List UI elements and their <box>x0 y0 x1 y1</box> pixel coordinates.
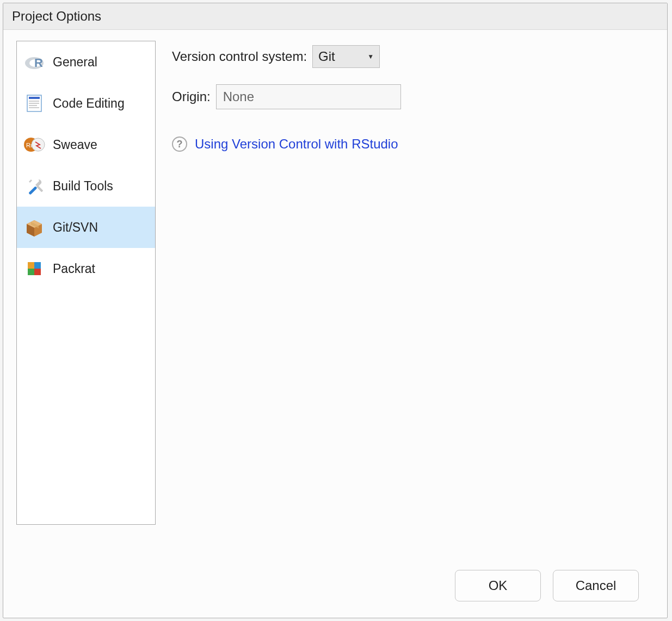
sidebar-item-label: Build Tools <box>53 179 113 194</box>
help-row: ? Using Version Control with RStudio <box>172 136 654 152</box>
sidebar-item-label: Sweave <box>53 138 97 152</box>
svg-rect-17 <box>34 269 41 275</box>
help-link[interactable]: Using Version Control with RStudio <box>195 136 398 152</box>
ok-button[interactable]: OK <box>455 570 541 601</box>
svg-point-11 <box>32 138 45 151</box>
dialog-footer: OK Cancel <box>3 559 667 618</box>
sidebar-item-label: Packrat <box>53 262 95 276</box>
svg-rect-12 <box>28 186 37 195</box>
sidebar-item-general[interactable]: R General <box>17 41 155 83</box>
tools-icon <box>23 175 45 197</box>
packrat-icon <box>23 258 45 280</box>
project-options-dialog: Project Options R General <box>3 3 668 618</box>
sidebar: R General Code Editing <box>16 41 156 525</box>
sidebar-item-label: Git/SVN <box>53 220 98 235</box>
document-icon <box>23 92 45 114</box>
r-logo-icon: R <box>23 51 45 73</box>
vcs-select[interactable]: Git ▼ <box>312 45 380 68</box>
vcs-label: Version control system: <box>172 49 307 64</box>
sidebar-item-packrat[interactable]: Packrat <box>17 248 155 289</box>
sidebar-item-git-svn[interactable]: Git/SVN <box>17 207 155 248</box>
help-icon[interactable]: ? <box>172 136 187 152</box>
dialog-body: R General Code Editing <box>3 30 667 559</box>
chevron-down-icon: ▼ <box>367 53 374 60</box>
sweave-icon: Rnw <box>23 134 45 156</box>
cancel-button[interactable]: Cancel <box>553 570 639 601</box>
origin-field[interactable]: None <box>216 84 401 109</box>
svg-rect-13 <box>36 185 44 192</box>
sidebar-item-label: Code Editing <box>53 96 125 111</box>
svg-text:R: R <box>34 56 43 70</box>
vcs-row: Version control system: Git ▼ <box>172 45 654 68</box>
origin-row: Origin: None <box>172 84 654 109</box>
package-box-icon <box>23 216 45 238</box>
svg-rect-15 <box>34 262 41 269</box>
origin-label: Origin: <box>172 89 211 104</box>
svg-rect-4 <box>29 97 40 99</box>
svg-rect-16 <box>28 269 34 275</box>
svg-rect-14 <box>28 262 34 269</box>
vcs-select-value: Git <box>318 49 335 64</box>
sidebar-item-label: General <box>53 55 97 70</box>
sidebar-item-sweave[interactable]: Rnw Sweave <box>17 124 155 165</box>
dialog-title: Project Options <box>3 3 667 30</box>
main-panel: Version control system: Git ▼ Origin: No… <box>172 41 654 559</box>
sidebar-item-build-tools[interactable]: Build Tools <box>17 165 155 207</box>
sidebar-item-code-editing[interactable]: Code Editing <box>17 83 155 124</box>
